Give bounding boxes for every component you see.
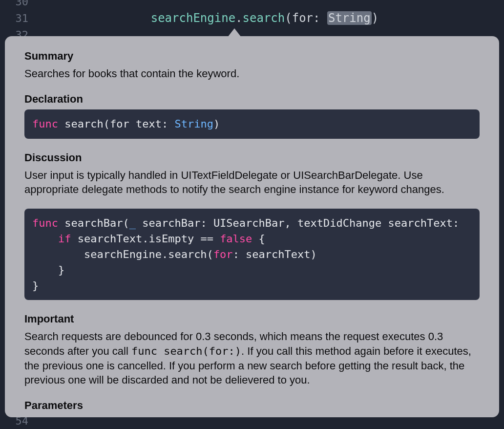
token-arg-label: for xyxy=(292,11,313,25)
line-number: 31 xyxy=(0,12,35,24)
declaration-heading: Declaration xyxy=(24,93,480,106)
token-keyword: func xyxy=(32,118,58,130)
token-underscore: _ xyxy=(129,217,136,229)
declaration-code[interactable]: func search(for text: String) xyxy=(24,109,480,139)
token-paren-close: ) xyxy=(372,11,378,25)
popover-arrow-icon xyxy=(228,28,241,37)
token-text: } xyxy=(32,279,39,292)
summary-heading: Summary xyxy=(24,50,480,63)
discussion-heading: Discussion xyxy=(24,151,480,164)
discussion-text: User input is typically handled in UITex… xyxy=(24,168,480,197)
token-text: : searchText) xyxy=(233,248,317,260)
discussion-code[interactable]: func searchBar(_ searchBar: UISearchBar,… xyxy=(24,209,480,300)
code-line[interactable]: 31 searchEngine.search(for: String) xyxy=(0,10,504,26)
important-text: Search requests are debounced for 0.3 se… xyxy=(24,329,480,387)
token-keyword: if xyxy=(58,233,71,245)
token-text: searchText.isEmpty == xyxy=(71,233,220,245)
token-receiver: searchEngine xyxy=(151,11,235,25)
parameters-heading: Parameters xyxy=(24,399,480,412)
quick-help-popover: Summary Searches for books that contain … xyxy=(5,28,499,417)
token-text: } xyxy=(32,264,64,276)
token-indent xyxy=(32,233,58,245)
token-keyword: false xyxy=(220,233,252,245)
token-method: search xyxy=(243,11,285,25)
popover-body[interactable]: Summary Searches for books that contain … xyxy=(5,36,499,417)
token-text: searchEngine.search( xyxy=(32,248,213,260)
token-text: search(for text: xyxy=(58,118,174,130)
token-colon: : xyxy=(313,11,327,25)
token-dot: . xyxy=(235,11,242,25)
token-arg-label: for xyxy=(213,248,233,260)
important-inline-code: func search(for:) xyxy=(131,345,241,357)
token-text: ) xyxy=(213,118,220,130)
summary-text: Searches for books that contain the keyw… xyxy=(24,66,480,81)
token-text: { xyxy=(252,233,265,245)
token-keyword: func xyxy=(32,217,58,229)
important-heading: Important xyxy=(24,313,480,325)
token-text: searchBar: UISearchBar, textDidChange se… xyxy=(136,217,459,229)
token-paren-open: ( xyxy=(285,11,292,25)
token-text: searchBar( xyxy=(58,217,129,229)
token-type-placeholder[interactable]: String xyxy=(327,11,372,25)
line-number: 30 xyxy=(0,0,35,8)
token-type: String xyxy=(174,118,213,130)
